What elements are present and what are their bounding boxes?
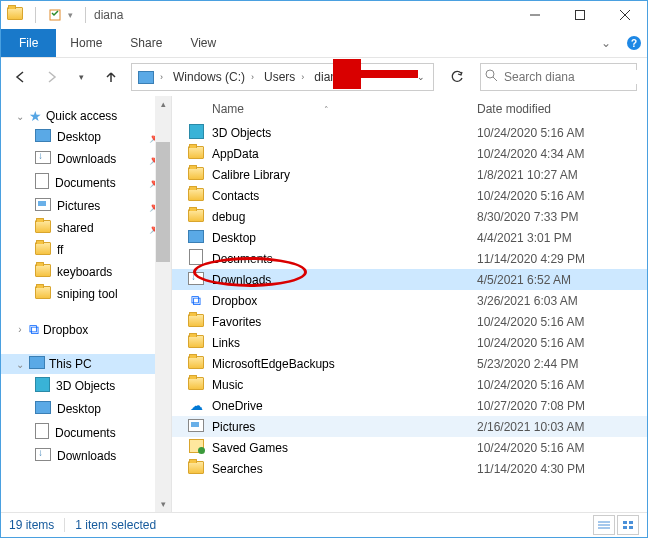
folder-icon	[35, 264, 51, 280]
tab-view[interactable]: View	[176, 29, 230, 57]
address-bar[interactable]: › Windows (C:) › Users › diana ⌄	[131, 63, 434, 91]
sort-indicator-icon: ˄	[324, 105, 329, 115]
column-date[interactable]: Date modified	[477, 102, 551, 116]
breadcrumb-seg[interactable]: diana	[308, 64, 345, 90]
file-row[interactable]: Contacts10/24/2020 5:16 AM	[172, 185, 647, 206]
search-input[interactable]	[502, 70, 648, 84]
sidebar-item[interactable]: keyboards	[1, 261, 171, 283]
minimize-button[interactable]	[512, 1, 557, 29]
tab-home[interactable]: Home	[56, 29, 116, 57]
dropbox-header[interactable]: › ⧉ Dropbox	[1, 319, 171, 340]
sidebar-item[interactable]: ff	[1, 239, 171, 261]
navpane-scrollbar[interactable]: ▴ ▾	[155, 96, 171, 512]
close-button[interactable]	[602, 1, 647, 29]
svg-rect-10	[623, 521, 627, 524]
nav-row: ▾ › Windows (C:) › Users › diana ⌄	[1, 58, 647, 96]
pc-icon	[132, 64, 156, 90]
file-row[interactable]: AppData10/24/2020 4:34 AM	[172, 143, 647, 164]
file-row[interactable]: Searches11/14/2020 4:30 PM	[172, 458, 647, 479]
sidebar-item[interactable]: sniping tool	[1, 283, 171, 305]
status-count: 19 items	[9, 518, 54, 532]
status-bar: 19 items 1 item selected	[1, 512, 647, 537]
file-row[interactable]: debug8/30/2020 7:33 PM	[172, 206, 647, 227]
forward-button[interactable]	[41, 67, 61, 87]
sidebar-item[interactable]: Desktop	[1, 398, 171, 420]
file-row[interactable]: Links10/24/2020 5:16 AM	[172, 332, 647, 353]
scroll-down-icon[interactable]: ▾	[155, 496, 171, 512]
breadcrumb-seg[interactable]: Windows (C:)	[167, 64, 247, 90]
details-view-button[interactable]	[593, 515, 615, 535]
sidebar-item[interactable]: Pictures📌	[1, 195, 171, 217]
file-date: 10/24/2020 5:16 AM	[477, 126, 647, 140]
file-name: Downloads	[206, 273, 477, 287]
divider	[35, 7, 36, 23]
breadcrumb-seg[interactable]: Users	[258, 64, 297, 90]
folder-icon	[188, 356, 204, 372]
star-icon: ★	[29, 108, 42, 124]
file-row[interactable]: Calibre Library1/8/2021 10:27 AM	[172, 164, 647, 185]
sidebar-item[interactable]: Downloads	[1, 445, 171, 467]
folder-icon	[188, 209, 204, 225]
chevron-right-icon[interactable]: ›	[247, 72, 258, 82]
search-box[interactable]	[480, 63, 637, 91]
file-name: Dropbox	[206, 294, 477, 308]
file-date: 4/4/2021 3:01 PM	[477, 231, 647, 245]
large-icons-view-button[interactable]	[617, 515, 639, 535]
cloud-icon: ☁	[190, 398, 203, 413]
svg-rect-12	[623, 526, 627, 529]
explorer-window: ▾ diana File Home Share View ⌄ ? ▾ › Win…	[0, 0, 648, 538]
file-name: Searches	[206, 462, 477, 476]
chevron-right-icon[interactable]: ›	[297, 72, 308, 82]
collapse-ribbon-icon[interactable]: ⌄	[591, 29, 621, 57]
up-button[interactable]	[101, 67, 121, 87]
content-pane: Name˄ Date modified 3D Objects10/24/2020…	[172, 96, 647, 512]
file-row[interactable]: Saved Games10/24/2020 5:16 AM	[172, 437, 647, 458]
refresh-button[interactable]	[444, 64, 470, 90]
sidebar-item[interactable]: Documents	[1, 420, 171, 445]
svg-rect-11	[629, 521, 633, 524]
file-row[interactable]: Pictures2/16/2021 10:03 AM	[172, 416, 647, 437]
file-row[interactable]: ☁OneDrive10/27/2020 7:08 PM	[172, 395, 647, 416]
file-date: 10/24/2020 4:34 AM	[477, 147, 647, 161]
back-button[interactable]	[11, 67, 31, 87]
sidebar-item-label: Documents	[55, 426, 116, 440]
qat-dropdown-icon[interactable]: ▾	[68, 10, 73, 20]
folder-icon	[7, 7, 23, 23]
qat-properties-icon[interactable]	[48, 8, 62, 22]
chevron-right-icon[interactable]: ›	[156, 72, 167, 82]
sidebar-item[interactable]: Desktop📌	[1, 126, 171, 148]
file-row[interactable]: Favorites10/24/2020 5:16 AM	[172, 311, 647, 332]
sidebar-item[interactable]: 3D Objects	[1, 374, 171, 398]
sidebar-item[interactable]: Documents📌	[1, 170, 171, 195]
dropbox-label: Dropbox	[43, 323, 88, 337]
file-list[interactable]: 3D Objects10/24/2020 5:16 AMAppData10/24…	[172, 122, 647, 512]
help-button[interactable]: ?	[621, 29, 647, 57]
scroll-thumb[interactable]	[156, 142, 170, 262]
folder-icon	[35, 220, 51, 236]
sidebar-item[interactable]: shared📌	[1, 217, 171, 239]
maximize-button[interactable]	[557, 1, 602, 29]
file-name: Contacts	[206, 189, 477, 203]
file-row[interactable]: 3D Objects10/24/2020 5:16 AM	[172, 122, 647, 143]
recent-locations-button[interactable]: ▾	[71, 67, 91, 87]
scroll-up-icon[interactable]: ▴	[155, 96, 171, 112]
file-date: 3/26/2021 6:03 AM	[477, 294, 647, 308]
file-row[interactable]: MicrosoftEdgeBackups5/23/2020 2:44 PM	[172, 353, 647, 374]
file-row[interactable]: ⧉Dropbox3/26/2021 6:03 AM	[172, 290, 647, 311]
this-pc-header[interactable]: ⌄ This PC	[1, 354, 171, 374]
svg-rect-13	[629, 526, 633, 529]
file-row[interactable]: Desktop4/4/2021 3:01 PM	[172, 227, 647, 248]
file-row[interactable]: Downloads4/5/2021 6:52 AM	[172, 269, 647, 290]
address-dropdown-icon[interactable]: ⌄	[409, 72, 433, 82]
titlebar: ▾ diana	[1, 1, 647, 29]
divider	[85, 7, 86, 23]
search-icon	[481, 69, 502, 85]
tab-file[interactable]: File	[1, 29, 56, 57]
file-row[interactable]: Music10/24/2020 5:16 AM	[172, 374, 647, 395]
column-name[interactable]: Name	[212, 102, 244, 116]
tab-share[interactable]: Share	[116, 29, 176, 57]
file-row[interactable]: Documents11/14/2020 4:29 PM	[172, 248, 647, 269]
sidebar-item[interactable]: Downloads📌	[1, 148, 171, 170]
quick-access-header[interactable]: ⌄ ★ Quick access	[1, 106, 171, 126]
body: ⌄ ★ Quick access Desktop📌Downloads📌Docum…	[1, 96, 647, 512]
